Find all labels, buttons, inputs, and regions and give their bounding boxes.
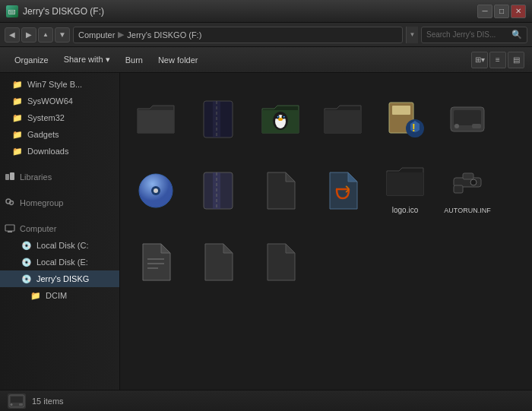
sidebar-label: Downloads	[27, 147, 68, 156]
organize-button[interactable]: Organize	[8, 51, 55, 69]
sidebar-item-downloads[interactable]: 📁 Downloads	[0, 143, 119, 160]
svg-text:!: !	[412, 122, 416, 134]
back-button[interactable]: ◀	[5, 27, 20, 43]
svg-point-15	[278, 118, 283, 121]
sidebar-item-system32[interactable]: 📁 System32	[0, 109, 119, 126]
file-item[interactable]	[251, 79, 310, 147]
sidebar-label: Local Disk (E:	[36, 258, 88, 267]
file-grid: !	[126, 79, 526, 290]
file-item[interactable]	[438, 79, 497, 147]
forward-button[interactable]: ▶	[21, 27, 36, 43]
close-button[interactable]: ✕	[511, 5, 526, 18]
minimize-button[interactable]: ─	[477, 5, 492, 18]
toolbar: Organize Share with ▾ Burn New folder ⊞▾…	[0, 47, 532, 73]
svg-rect-33	[463, 173, 473, 179]
svg-rect-4	[5, 225, 14, 231]
file-icon-installer: !	[384, 98, 426, 141]
svg-rect-5	[8, 231, 12, 232]
homegroup-label: Homegroup	[20, 198, 63, 207]
sidebar-item-gadgets[interactable]: 📁 Gadgets	[0, 126, 119, 143]
sidebar-item-jerrys-disk[interactable]: 💿 Jerry's DISKG	[0, 270, 119, 287]
maximize-button[interactable]: □	[494, 5, 509, 18]
sidebar-item-dcim[interactable]: 📁 DCIM	[0, 287, 119, 304]
share-with-button[interactable]: Share with ▾	[57, 51, 117, 69]
path-dropdown[interactable]: ▼	[406, 27, 418, 43]
file-item[interactable]	[126, 79, 185, 147]
file-item[interactable]: !	[375, 79, 435, 147]
sidebar-label: DCIM	[46, 291, 67, 300]
status-items-count: 15 items	[32, 397, 64, 406]
view-details-button[interactable]: ▤	[508, 52, 524, 68]
file-icon-autorun	[446, 161, 489, 204]
burn-button[interactable]: Burn	[119, 51, 150, 69]
svg-point-14	[283, 116, 285, 118]
file-icon-logo-ico	[384, 160, 426, 203]
sidebar-label: System32	[27, 113, 65, 122]
app-icon: 🖴	[6, 5, 18, 17]
file-item[interactable]	[251, 222, 310, 290]
sidebar-item-win7style[interactable]: 📁 Win7 Style B...	[0, 76, 119, 93]
path-drive: Jerry's DISKGO (F:)	[127, 30, 201, 40]
homegroup-icon	[5, 198, 15, 208]
svg-point-13	[277, 116, 279, 118]
sidebar-label: Local Disk (C:	[36, 241, 88, 250]
file-item[interactable]	[188, 79, 248, 147]
sidebar-item-localc[interactable]: 💿 Local Disk (C:	[0, 237, 119, 254]
sidebar-section-libraries[interactable]: Libraries	[0, 169, 119, 185]
file-icon-dark	[259, 169, 302, 212]
libraries-label: Libraries	[20, 172, 52, 182]
view-large-icons-button[interactable]: ⊞▾	[471, 52, 488, 68]
sidebar-section-computer[interactable]: Computer	[0, 220, 119, 237]
folder-icon: 📁	[12, 112, 23, 123]
file-item[interactable]	[126, 150, 185, 219]
svg-point-23	[454, 124, 459, 128]
path-computer: Computer	[78, 30, 115, 40]
nav-buttons: ◀ ▶ ▲ ▼	[5, 27, 70, 43]
svg-rect-22	[472, 124, 481, 128]
path-sep-1: ▶	[118, 30, 124, 40]
file-item[interactable]: logo.ico	[375, 150, 435, 219]
file-item[interactable]: AUTORUN.INF	[438, 150, 497, 219]
new-folder-button[interactable]: New folder	[151, 51, 205, 69]
disk-icon: 💿	[21, 273, 32, 284]
file-area: !	[120, 73, 532, 390]
main-layout: 📁 Win7 Style B... 📁 SysWOW64 📁 System32 …	[0, 73, 532, 390]
folder-icon: 📁	[12, 129, 23, 140]
file-item[interactable]	[126, 222, 185, 290]
folder-icon: 📁	[30, 290, 41, 301]
view-list-button[interactable]: ≡	[489, 52, 506, 68]
folder-icon: 📁	[12, 79, 23, 90]
title-bar: 🖴 Jerry's DISKGO (F:) ─ □ ✕	[0, 0, 532, 23]
search-box[interactable]: Search Jerry's DIS... 🔍	[421, 27, 527, 43]
address-bar: ◀ ▶ ▲ ▼ Computer ▶ Jerry's DISKGO (F:) ▼…	[0, 23, 532, 47]
sidebar-item-syswow64[interactable]: 📁 SysWOW64	[0, 93, 119, 109]
up-button[interactable]: ▲	[38, 27, 53, 43]
file-icon-doc	[259, 241, 302, 283]
file-item[interactable]	[313, 79, 372, 147]
svg-point-42	[11, 403, 13, 406]
search-placeholder: Search Jerry's DIS...	[426, 30, 496, 39]
file-icon-folder-green	[259, 98, 302, 141]
file-icon-java	[321, 169, 364, 212]
file-name: logo.ico	[392, 206, 418, 215]
sidebar: 📁 Win7 Style B... 📁 SysWOW64 📁 System32 …	[0, 73, 120, 390]
file-icon-gray	[135, 241, 177, 283]
file-icon-zip2	[197, 169, 239, 212]
disk-icon: 💿	[21, 257, 32, 267]
file-icon-zip	[197, 98, 239, 141]
file-item[interactable]	[251, 150, 310, 219]
sidebar-item-locale[interactable]: 💿 Local Disk (E:	[0, 254, 119, 270]
file-item[interactable]	[188, 150, 248, 219]
file-item[interactable]	[188, 222, 248, 290]
status-drive-icon	[8, 394, 26, 409]
computer-label: Computer	[20, 224, 56, 233]
recent-button[interactable]: ▼	[55, 27, 70, 43]
svg-point-27	[154, 188, 158, 193]
svg-rect-34	[454, 185, 463, 193]
address-path[interactable]: Computer ▶ Jerry's DISKGO (F:)	[73, 27, 403, 43]
sidebar-section-homegroup[interactable]: Homegroup	[0, 194, 119, 211]
file-item[interactable]	[313, 150, 372, 219]
svg-point-35	[470, 179, 477, 185]
svg-point-3	[10, 201, 14, 205]
disk-icon: 💿	[21, 240, 32, 251]
